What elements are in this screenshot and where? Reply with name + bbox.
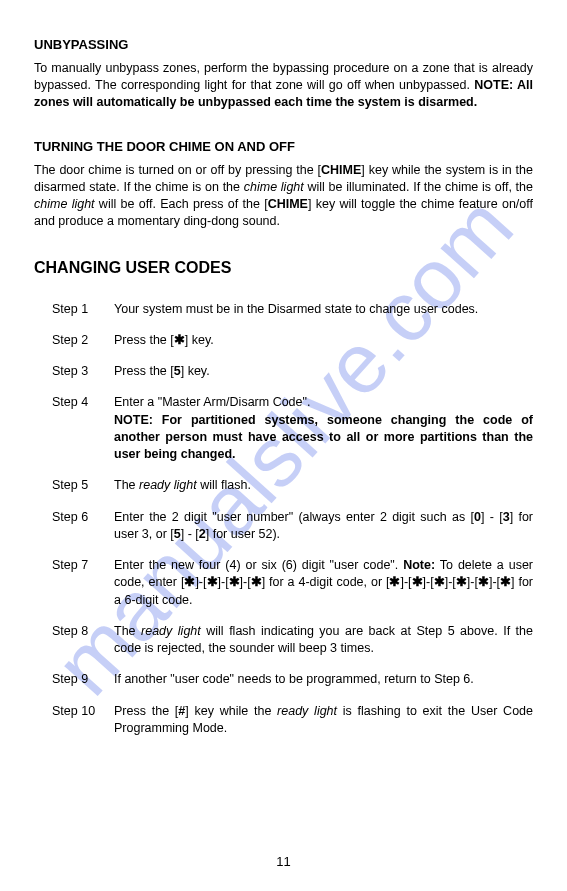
star-icon: ✱ <box>174 333 185 347</box>
step-row: Step 4 Enter a "Master Arm/Disarm Code".… <box>52 394 533 463</box>
text-italic: chime light <box>244 180 304 194</box>
text: will flash. <box>197 478 251 492</box>
step-label: Step 10 <box>52 703 114 720</box>
text: To manually unbypass zones, perform the … <box>34 61 533 92</box>
text: Enter the 2 digit "user number" (always … <box>114 510 474 524</box>
text-bold: NOTE: For partitioned systems, someone c… <box>114 412 533 464</box>
heading-chime: TURNING THE DOOR CHIME ON AND OFF <box>34 138 533 156</box>
step-row: Step 8 The ready light will flash indica… <box>52 623 533 658</box>
text: ]-[ <box>400 575 411 589</box>
step-label: Step 3 <box>52 363 114 380</box>
text-bold: Note: <box>403 558 435 572</box>
star-icon: ✱ <box>389 575 400 589</box>
step-row: Step 3 Press the [5] key. <box>52 363 533 380</box>
text-bold: 5 <box>174 364 181 378</box>
text-bold: 2 <box>199 527 206 541</box>
step-body: The ready light will flash. <box>114 477 533 494</box>
star-icon: ✱ <box>412 575 423 589</box>
step-body: Press the [✱] key. <box>114 332 533 349</box>
step-body: If another "user code" needs to be progr… <box>114 671 533 688</box>
text: ]-[ <box>240 575 251 589</box>
star-icon: ✱ <box>251 575 262 589</box>
step-label: Step 4 <box>52 394 114 411</box>
star-icon: ✱ <box>207 575 218 589</box>
text: ]-[ <box>467 575 478 589</box>
text: The <box>114 478 139 492</box>
text: ]-[ <box>423 575 434 589</box>
text: The <box>114 624 141 638</box>
step-label: Step 1 <box>52 301 114 318</box>
text: ]-[ <box>489 575 500 589</box>
paragraph-chime: The door chime is turned on or off by pr… <box>34 162 533 231</box>
step-row: Step 6 Enter the 2 digit "user number" (… <box>52 509 533 544</box>
text: ] for user 52). <box>206 527 280 541</box>
text: will be off. Each press of the [ <box>95 197 268 211</box>
text: ] for a 4-digit code, or [ <box>262 575 390 589</box>
text: ] - [ <box>181 527 199 541</box>
text: If another "user code" needs to be progr… <box>114 672 474 686</box>
text-bold: CHIME <box>268 197 308 211</box>
step-body: Enter the new four (4) or six (6) digit … <box>114 557 533 609</box>
step-row: Step 1 Your system must be in the Disarm… <box>52 301 533 318</box>
step-row: Step 5 The ready light will flash. <box>52 477 533 494</box>
star-icon: ✱ <box>184 575 195 589</box>
step-label: Step 8 <box>52 623 114 640</box>
star-icon: ✱ <box>478 575 489 589</box>
section-unbypassing: UNBYPASSING To manually unbypass zones, … <box>34 36 533 112</box>
star-icon: ✱ <box>456 575 467 589</box>
text: ] key. <box>185 333 214 347</box>
section-chime: TURNING THE DOOR CHIME ON AND OFF The do… <box>34 138 533 231</box>
step-label: Step 5 <box>52 477 114 494</box>
text: will be illuminated. If the chime is off… <box>304 180 533 194</box>
step-row: Step 2 Press the [✱] key. <box>52 332 533 349</box>
text: Press the [ <box>114 333 174 347</box>
star-icon: ✱ <box>434 575 445 589</box>
star-icon: ✱ <box>229 575 240 589</box>
text-bold: 5 <box>174 527 181 541</box>
text: Press the [ <box>114 364 174 378</box>
step-label: Step 9 <box>52 671 114 688</box>
heading-changing-codes: CHANGING USER CODES <box>34 257 533 279</box>
heading-unbypassing: UNBYPASSING <box>34 36 533 54</box>
page-number: 11 <box>0 854 567 869</box>
text: Press the [ <box>114 704 178 718</box>
text: Your system must be in the Disarmed stat… <box>114 302 478 316</box>
page-content: UNBYPASSING To manually unbypass zones, … <box>0 0 567 771</box>
text-italic: ready light <box>277 704 337 718</box>
star-icon: ✱ <box>500 575 511 589</box>
step-body: Enter a "Master Arm/Disarm Code". NOTE: … <box>114 394 533 463</box>
step-row: Step 9 If another "user code" needs to b… <box>52 671 533 688</box>
steps-list: Step 1 Your system must be in the Disarm… <box>34 301 533 738</box>
step-body: Your system must be in the Disarmed stat… <box>114 301 533 318</box>
step-label: Step 6 <box>52 509 114 526</box>
text: ]-[ <box>445 575 456 589</box>
step-row: Step 7 Enter the new four (4) or six (6)… <box>52 557 533 609</box>
step-body: Press the [5] key. <box>114 363 533 380</box>
text-bold: CHIME <box>321 163 361 177</box>
text-italic: ready light <box>139 478 197 492</box>
text-italic: ready light <box>141 624 201 638</box>
paragraph-unbypassing: To manually unbypass zones, perform the … <box>34 60 533 112</box>
step-label: Step 7 <box>52 557 114 574</box>
text-bold: 0 <box>474 510 481 524</box>
text: ]-[ <box>218 575 229 589</box>
step-body: Enter the 2 digit "user number" (always … <box>114 509 533 544</box>
text: ] - [ <box>481 510 503 524</box>
text-italic: chime light <box>34 197 95 211</box>
text: ] key while the <box>185 704 277 718</box>
step-body: The ready light will flash indicating yo… <box>114 623 533 658</box>
step-body: Press the [#] key while the ready light … <box>114 703 533 738</box>
text: The door chime is turned on or off by pr… <box>34 163 321 177</box>
step-row: Step 10 Press the [#] key while the read… <box>52 703 533 738</box>
text-bold: 3 <box>503 510 510 524</box>
text: ] key. <box>181 364 210 378</box>
text: ]-[ <box>195 575 206 589</box>
step-label: Step 2 <box>52 332 114 349</box>
text: Enter the new four (4) or six (6) digit … <box>114 558 403 572</box>
text: Enter a "Master Arm/Disarm Code". <box>114 394 533 411</box>
